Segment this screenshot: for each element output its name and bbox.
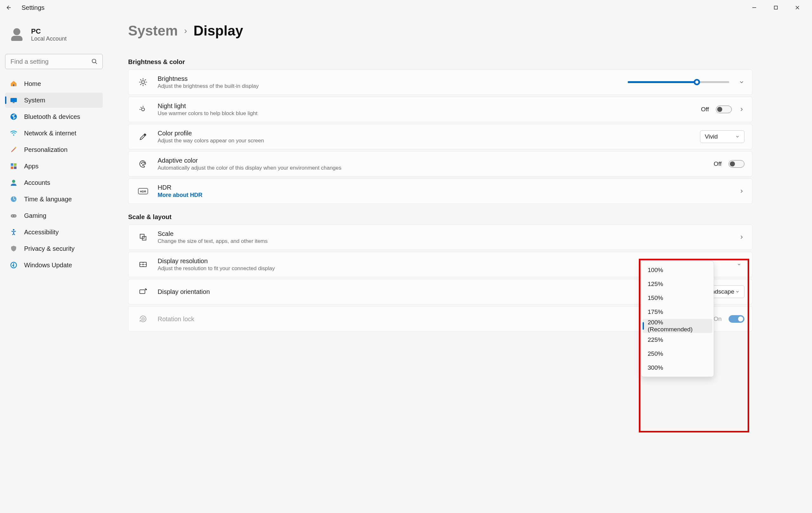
- eyedropper-icon: [136, 132, 150, 141]
- chevron-down-icon[interactable]: [737, 262, 741, 267]
- nav-label: Accounts: [24, 179, 50, 186]
- card-scale[interactable]: Scale Change the size of text, apps, and…: [128, 224, 752, 250]
- svg-rect-12: [11, 163, 13, 166]
- nav-item-privacy[interactable]: Privacy & security: [5, 241, 103, 256]
- nav-label: Personalization: [24, 146, 67, 153]
- toggle-status: On: [714, 315, 722, 323]
- nav-item-gaming[interactable]: Gaming: [5, 208, 103, 223]
- sidebar: PC Local Account Home System Bluetooth &…: [0, 15, 108, 513]
- scale-option[interactable]: 125%: [643, 277, 713, 291]
- avatar: [9, 27, 25, 42]
- svg-line-28: [141, 80, 141, 80]
- close-button[interactable]: [791, 1, 804, 14]
- nav-label: Windows Update: [24, 262, 72, 269]
- scale-option-selected[interactable]: 200% (Recommended): [643, 319, 713, 333]
- chevron-down-icon: [735, 290, 740, 294]
- chevron-right-icon[interactable]: [739, 234, 745, 240]
- nav-label: Accessibility: [24, 229, 59, 236]
- setting-subtitle: Use warmer colors to help block blue lig…: [157, 110, 701, 117]
- window-controls: [748, 1, 809, 14]
- combo-value: Vivid: [705, 133, 718, 140]
- rotation-lock-icon: [136, 314, 150, 323]
- nav-item-accessibility[interactable]: Accessibility: [5, 224, 103, 240]
- setting-title: Rotation lock: [157, 315, 714, 323]
- maximize-button[interactable]: [770, 1, 782, 14]
- breadcrumb: System › Display: [128, 23, 752, 39]
- scale-option[interactable]: 300%: [643, 361, 713, 375]
- card-hdr[interactable]: HDR HDR More about HDR: [128, 179, 752, 204]
- setting-subtitle: Adjust the brightness of the built-in di…: [157, 83, 628, 89]
- nav-label: Privacy & security: [24, 245, 75, 252]
- svg-line-29: [145, 84, 146, 85]
- brightness-slider[interactable]: [628, 81, 729, 83]
- color-profile-combo[interactable]: Vivid: [700, 130, 745, 143]
- search-input[interactable]: [5, 54, 103, 69]
- adaptive-color-toggle[interactable]: [729, 160, 745, 168]
- svg-rect-46: [140, 290, 145, 294]
- setting-title: Night light: [157, 102, 701, 110]
- card-color-profile: Color profile Adjust the way colors appe…: [128, 124, 752, 149]
- minimize-button[interactable]: [748, 1, 761, 14]
- nav-item-accounts[interactable]: Accounts: [5, 175, 103, 190]
- svg-line-35: [141, 107, 142, 108]
- nav-label: Apps: [24, 163, 39, 170]
- nav: Home System Bluetooth & devices Network …: [5, 76, 103, 273]
- nav-label: Bluetooth & devices: [24, 113, 80, 120]
- user-name: PC: [31, 27, 67, 35]
- scale-option[interactable]: 150%: [643, 291, 713, 305]
- scale-option[interactable]: 100%: [643, 263, 713, 277]
- toggle-status: Off: [714, 160, 722, 168]
- svg-point-38: [144, 162, 145, 163]
- scale-option[interactable]: 250%: [643, 347, 713, 361]
- svg-point-16: [12, 180, 15, 183]
- breadcrumb-parent[interactable]: System: [128, 23, 178, 39]
- setting-title: HDR: [157, 184, 739, 191]
- home-icon: [9, 80, 18, 88]
- apps-icon: [9, 162, 18, 170]
- setting-title: Scale: [157, 230, 739, 238]
- section-brightness-color: Brightness & color: [128, 58, 752, 66]
- paintbrush-icon: [9, 146, 18, 154]
- svg-rect-7: [10, 98, 17, 102]
- system-icon: [9, 96, 18, 104]
- nav-item-home[interactable]: Home: [5, 76, 103, 91]
- chevron-right-icon[interactable]: [739, 188, 745, 194]
- card-night-light[interactable]: Night light Use warmer colors to help bl…: [128, 97, 752, 122]
- night-light-toggle[interactable]: [716, 105, 732, 113]
- nav-item-personalization[interactable]: Personalization: [5, 142, 103, 157]
- svg-point-32: [142, 108, 144, 111]
- bluetooth-icon: [9, 113, 18, 121]
- svg-text:HDR: HDR: [140, 190, 146, 193]
- minimize-icon: [752, 5, 757, 10]
- nav-item-network[interactable]: Network & internet: [5, 126, 103, 141]
- scale-icon: [136, 233, 150, 242]
- nav-label: Home: [24, 80, 41, 88]
- svg-rect-15: [14, 167, 17, 169]
- nav-item-apps[interactable]: Apps: [5, 158, 103, 174]
- hdr-link[interactable]: More about HDR: [157, 192, 739, 199]
- card-brightness[interactable]: Brightness Adjust the brightness of the …: [128, 69, 752, 95]
- nav-item-bluetooth[interactable]: Bluetooth & devices: [5, 109, 103, 124]
- chevron-down-icon[interactable]: [739, 79, 745, 85]
- scale-option[interactable]: 175%: [643, 305, 713, 319]
- arrow-left-icon: [6, 4, 12, 11]
- svg-rect-47: [142, 318, 144, 320]
- titlebar: Settings: [0, 0, 812, 15]
- svg-point-20: [14, 216, 16, 216]
- svg-line-31: [145, 80, 146, 80]
- search-icon: [91, 58, 98, 65]
- nav-label: Network & internet: [24, 130, 77, 137]
- user-block[interactable]: PC Local Account: [5, 20, 103, 51]
- nav-item-system[interactable]: System: [5, 93, 103, 108]
- chevron-right-icon[interactable]: [739, 107, 745, 112]
- setting-title: Color profile: [157, 130, 700, 137]
- chevron-down-icon: [735, 134, 740, 139]
- rotation-lock-toggle: [729, 315, 745, 323]
- svg-point-23: [142, 81, 144, 83]
- nav-item-windows-update[interactable]: Windows Update: [5, 258, 103, 273]
- back-button[interactable]: [3, 1, 15, 14]
- nav-item-time-language[interactable]: Time & language: [5, 191, 103, 207]
- search-box: [5, 54, 103, 69]
- svg-point-21: [13, 229, 14, 231]
- scale-option[interactable]: 225%: [643, 333, 713, 347]
